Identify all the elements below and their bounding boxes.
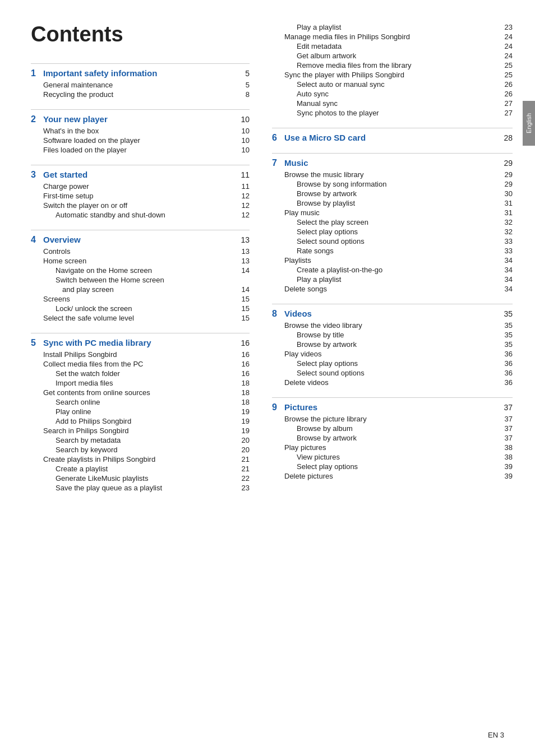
list-item: Play videos36 xyxy=(272,349,513,359)
entry-label: Play music xyxy=(284,208,496,217)
list-item: View pictures38 xyxy=(272,452,513,462)
section-divider xyxy=(31,333,250,333)
section-header: 3Get started11 xyxy=(31,170,250,180)
entry-label: Lock/ unlock the screen xyxy=(56,304,233,313)
section-title: Your new player xyxy=(43,114,233,124)
entry-page: 37 xyxy=(496,434,513,442)
entry-label: Save the play queue as a playlist xyxy=(56,484,233,492)
right-sections: 6Use a Micro SD card287Music29Browse the… xyxy=(272,128,513,481)
entry-label: Play a playlist xyxy=(297,23,496,31)
entry-label: Create a playlist-on-the-go xyxy=(297,266,496,274)
list-item: Browse by artwork35 xyxy=(272,340,513,349)
section-title: Sync with PC media library xyxy=(43,338,233,347)
list-item: Select auto or manual sync26 xyxy=(272,80,513,89)
entry-page: 13 xyxy=(233,247,250,256)
list-item: Delete videos36 xyxy=(272,378,513,387)
entry-page: 12 xyxy=(233,211,250,219)
list-item: Browse by artwork30 xyxy=(272,189,513,198)
entry-page: 37 xyxy=(496,424,513,433)
entry-page: 25 xyxy=(496,61,513,69)
entry-page: 8 xyxy=(233,90,250,99)
entry-page: 26 xyxy=(496,90,513,98)
list-item: Play pictures38 xyxy=(272,443,513,452)
entry-label: Sync the player with Philips Songbird xyxy=(284,71,496,79)
entry-page: 35 xyxy=(496,321,513,330)
entry-label: First-time setup xyxy=(43,192,233,200)
list-item: Software loaded on the player10 xyxy=(31,136,250,145)
entry-label: Browse by song information xyxy=(297,180,496,188)
entry-page: 27 xyxy=(496,99,513,108)
section-number: 6 xyxy=(272,133,284,143)
list-item: Manual sync27 xyxy=(272,99,513,108)
entry-label: Screens xyxy=(43,295,233,303)
entry-page: 25 xyxy=(496,71,513,79)
entry-label: Create a playlist xyxy=(56,465,233,473)
entry-label: Set the watch folder xyxy=(56,369,233,378)
section-divider xyxy=(272,153,513,154)
right-column: Play a playlist23Manage media files in P… xyxy=(266,22,513,734)
list-item: Edit metadata24 xyxy=(272,41,513,51)
entry-page: 29 xyxy=(496,180,513,188)
list-item: Automatic standby and shut-down12 xyxy=(31,210,250,220)
entry-page: 37 xyxy=(496,415,513,423)
entry-label: Software loaded on the player xyxy=(43,136,233,145)
entry-page: 39 xyxy=(496,472,513,480)
entry-page: 21 xyxy=(233,455,250,463)
entry-page: 24 xyxy=(496,52,513,60)
entry-label: Charge power xyxy=(43,182,233,191)
section-number: 9 xyxy=(272,402,284,412)
entry-label: Generate LikeMusic playlists xyxy=(56,474,233,483)
list-item: Switch between the Home screen xyxy=(31,275,250,285)
entry-label: Automatic standby and shut-down xyxy=(56,211,233,219)
entry-page: 36 xyxy=(496,359,513,368)
entry-page: 34 xyxy=(496,285,513,293)
entry-label: Browse the video library xyxy=(284,321,496,330)
entry-label: General maintenance xyxy=(43,81,233,89)
entry-label: Browse the music library xyxy=(284,170,496,179)
list-item: Select the play screen32 xyxy=(272,217,513,227)
list-item: Sync photos to the player27 xyxy=(272,108,513,118)
list-item: Charge power11 xyxy=(31,182,250,191)
section-header: 9Pictures37 xyxy=(272,402,513,412)
section-page: 29 xyxy=(496,159,513,168)
entry-page: 22 xyxy=(233,474,250,483)
section-divider xyxy=(31,63,250,64)
entry-label: Recycling the product xyxy=(43,90,233,99)
entry-page: 12 xyxy=(233,201,250,210)
entry-label: Create playlists in Philips Songbird xyxy=(43,455,233,463)
list-item: Import media files18 xyxy=(31,378,250,388)
list-item: Play online19 xyxy=(31,407,250,416)
section-page: 37 xyxy=(496,403,513,412)
section-page: 35 xyxy=(496,309,513,318)
section-title: Get started xyxy=(43,170,233,179)
entry-label: Auto sync xyxy=(297,90,496,98)
entry-page: 18 xyxy=(233,398,250,406)
entry-label: What's in the box xyxy=(43,127,233,135)
list-item: Search by metadata20 xyxy=(31,435,250,445)
section-title: Use a Micro SD card xyxy=(284,133,496,142)
section: 5Sync with PC media library16Install Phi… xyxy=(31,333,250,493)
list-item: Create a playlist-on-the-go34 xyxy=(272,265,513,275)
entry-page: 34 xyxy=(496,256,513,265)
entry-page: 26 xyxy=(496,80,513,89)
entry-label: Edit metadata xyxy=(297,42,496,50)
list-item: Search in Philips Songbird19 xyxy=(31,426,250,435)
entry-page: 24 xyxy=(496,33,513,41)
list-item: Collect media files from the PC16 xyxy=(31,359,250,369)
section-header: 5Sync with PC media library16 xyxy=(31,338,250,348)
section-divider xyxy=(31,230,250,230)
entry-label: Collect media files from the PC xyxy=(43,360,233,368)
entry-page: 24 xyxy=(496,42,513,50)
section-number: 4 xyxy=(31,235,43,245)
language-tab: English xyxy=(523,101,535,146)
list-item: Auto sync26 xyxy=(272,89,513,99)
list-item: Get contents from online sources18 xyxy=(31,388,250,397)
section-header: 1Important safety information5 xyxy=(31,68,250,78)
section-page: 28 xyxy=(496,133,513,142)
list-item: Browse by title35 xyxy=(272,330,513,340)
section-divider xyxy=(272,304,513,304)
list-item: Select play options32 xyxy=(272,227,513,236)
list-item: Get album artwork24 xyxy=(272,51,513,61)
list-item: Select sound options36 xyxy=(272,368,513,378)
list-item: Search by keyword20 xyxy=(31,445,250,454)
